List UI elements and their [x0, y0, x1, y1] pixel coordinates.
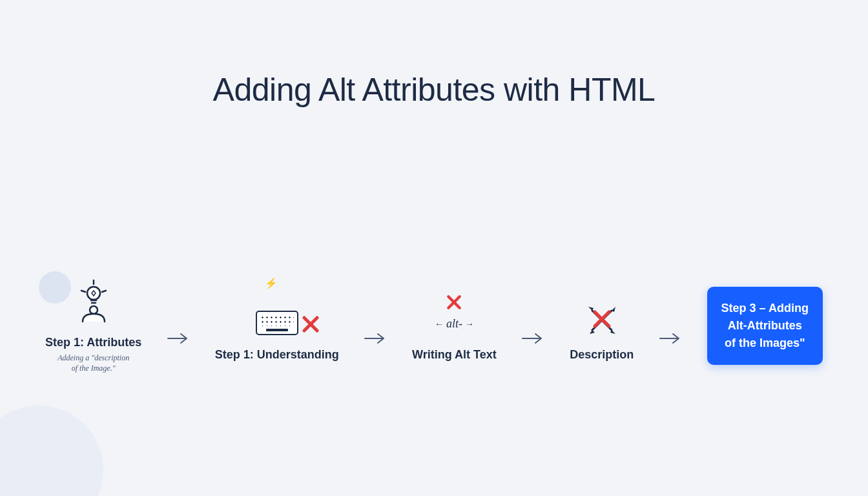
step-description: Description — [570, 290, 634, 362]
decorative-circle — [0, 406, 103, 496]
keyboard-icon: ⚡ — [256, 290, 298, 335]
callout-line: of the Images" — [721, 335, 809, 352]
step-understanding: ⚡ Step 1: Understanding — [215, 290, 339, 362]
callout-line: Alt-Attributes — [721, 317, 809, 335]
arrow-right-icon — [517, 316, 548, 361]
arrow-right-icon — [360, 316, 391, 361]
alt-tag-icon: ← alt- → — [435, 290, 474, 335]
step-attributes: Step 1: Attributes Addeing a "descriptio… — [45, 278, 141, 373]
arrow-right-small-icon: → — [465, 319, 474, 329]
alt-token: alt- — [446, 317, 462, 331]
arrow-right-icon — [655, 316, 686, 361]
lightbulb-person-icon — [71, 278, 116, 323]
svg-point-6 — [90, 306, 98, 314]
step-label: Step 1: Understanding — [215, 348, 339, 362]
x-mark-icon — [301, 315, 320, 336]
arrow-left-small-icon: ← — [435, 319, 444, 329]
x-mark-icon — [446, 294, 462, 313]
page-title: Adding Alt Attributes with HTML — [0, 71, 868, 108]
arrow-right-icon — [163, 316, 194, 361]
step-label: Step 1: Attributes — [45, 336, 141, 349]
step-label: Writing Alt Text — [412, 348, 497, 362]
process-flow: Step 1: Attributes Addeing a "descriptio… — [45, 278, 823, 373]
step-subtext: Addeing a "description of the Image." — [57, 353, 129, 373]
crossed-pencils-icon — [586, 290, 618, 335]
step-label: Description — [570, 348, 634, 362]
svg-point-3 — [87, 287, 100, 300]
svg-marker-16 — [590, 330, 595, 334]
svg-line-1 — [81, 291, 85, 292]
final-step-callout: Step 3 – Adding Alt-Attributes of the Im… — [707, 287, 823, 365]
svg-line-2 — [102, 291, 106, 292]
step-writing-alt-text: ← alt- → Writing Alt Text — [412, 290, 497, 362]
spark-icon: ⚡ — [265, 277, 278, 289]
callout-line: Step 3 – Adding — [721, 300, 809, 317]
